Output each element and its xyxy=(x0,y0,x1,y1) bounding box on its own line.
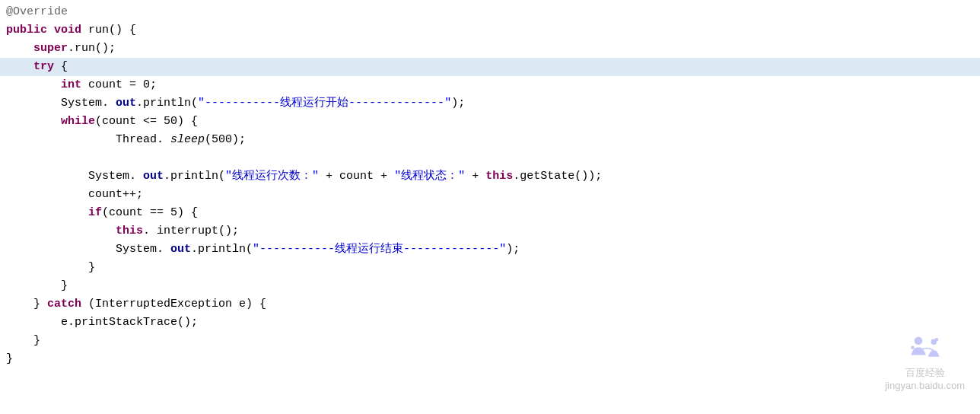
code-line-1: @Override xyxy=(0,3,980,21)
svg-point-3 xyxy=(934,338,938,342)
code-line-16: } xyxy=(0,277,980,295)
code-line-4: try { xyxy=(0,58,980,76)
svg-point-2 xyxy=(911,346,915,350)
baidu-icon xyxy=(902,334,948,365)
svg-point-0 xyxy=(914,337,922,346)
annotation: @Override xyxy=(6,3,68,21)
code-line-13: this. interrupt(); xyxy=(0,222,980,240)
code-line-20: } xyxy=(0,350,980,368)
watermark-text: 百度经验jingyan.baidu.com xyxy=(885,366,965,391)
code-line-5: int count = 0; xyxy=(0,76,980,94)
baidu-logo-area xyxy=(885,334,965,365)
code-line-2: public void run() { xyxy=(0,21,980,40)
watermark: 百度经验jingyan.baidu.com xyxy=(885,334,965,391)
code-line-6: System. out.println("-----------线程运行开始--… xyxy=(0,94,980,113)
code-line-15: } xyxy=(0,259,980,277)
code-line-3: super.run(); xyxy=(0,40,980,58)
code-line-18: e.printStackTrace(); xyxy=(0,314,980,332)
code-line-7: while(count <= 50) { xyxy=(0,113,980,131)
code-line-9 xyxy=(0,149,980,167)
code-line-10: System. out.println("线程运行次数：" + count + … xyxy=(0,167,980,186)
code-line-12: if(count == 5) { xyxy=(0,204,980,222)
code-line-8: Thread. sleep(500); xyxy=(0,131,980,149)
code-line-17: } catch (InterruptedException e) { xyxy=(0,295,980,314)
code-line-19: } xyxy=(0,332,980,350)
code-line-14: System. out.println("-----------线程运行结束--… xyxy=(0,240,980,259)
code-editor: @Override public void run() { super.run(… xyxy=(0,0,980,414)
code-line-11: count++; xyxy=(0,186,980,204)
